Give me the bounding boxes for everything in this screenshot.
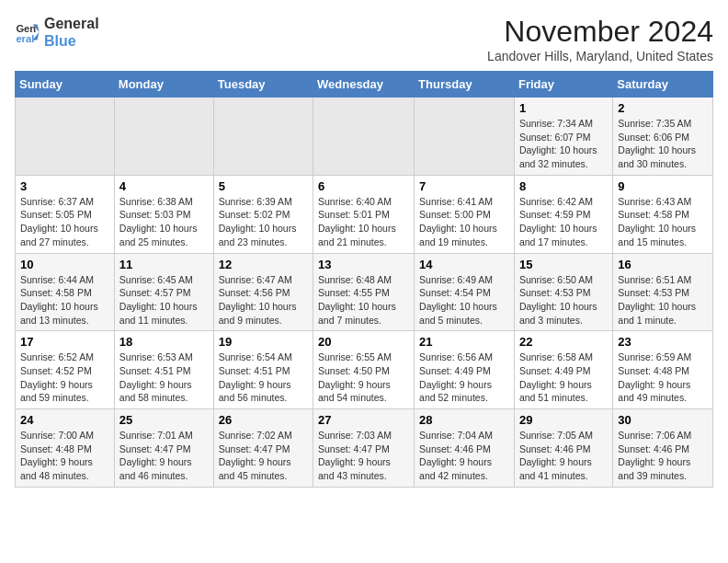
calendar-cell: 12Sunrise: 6:47 AM Sunset: 4:56 PM Dayli… [213, 253, 313, 331]
calendar-cell: 28Sunrise: 7:04 AM Sunset: 4:46 PM Dayli… [415, 409, 515, 488]
calendar-table: SundayMondayTuesdayWednesdayThursdayFrid… [15, 71, 713, 488]
day-info: Sunrise: 6:59 AM Sunset: 4:48 PM Dayligh… [618, 350, 708, 405]
day-number: 30 [618, 413, 708, 427]
calendar-cell: 25Sunrise: 7:01 AM Sunset: 4:47 PM Dayli… [114, 409, 213, 488]
calendar-cell: 14Sunrise: 6:49 AM Sunset: 4:54 PM Dayli… [415, 253, 515, 331]
day-number: 18 [119, 335, 209, 349]
calendar-cell: 10Sunrise: 6:44 AM Sunset: 4:58 PM Dayli… [16, 253, 115, 331]
calendar-cell: 19Sunrise: 6:54 AM Sunset: 4:51 PM Dayli… [213, 331, 313, 409]
day-number: 8 [519, 179, 608, 193]
day-info: Sunrise: 6:44 AM Sunset: 4:58 PM Dayligh… [20, 273, 109, 327]
day-number: 27 [318, 413, 409, 427]
calendar-cell: 30Sunrise: 7:06 AM Sunset: 4:46 PM Dayli… [613, 409, 713, 488]
calendar-cell: 13Sunrise: 6:48 AM Sunset: 4:55 PM Dayli… [313, 253, 415, 331]
day-info: Sunrise: 7:03 AM Sunset: 4:47 PM Dayligh… [318, 429, 409, 483]
day-info: Sunrise: 6:54 AM Sunset: 4:51 PM Dayligh… [219, 350, 308, 405]
day-info: Sunrise: 6:50 AM Sunset: 4:53 PM Dayligh… [519, 273, 608, 327]
day-info: Sunrise: 6:45 AM Sunset: 4:57 PM Dayligh… [119, 273, 209, 327]
day-number: 12 [219, 258, 308, 271]
calendar-cell: 24Sunrise: 7:00 AM Sunset: 4:48 PM Dayli… [16, 409, 115, 488]
calendar-cell: 6Sunrise: 6:40 AM Sunset: 5:01 PM Daylig… [313, 175, 415, 253]
day-info: Sunrise: 6:53 AM Sunset: 4:51 PM Dayligh… [119, 350, 209, 405]
logo: Gen eral General Blue [15, 15, 99, 50]
day-number: 5 [219, 179, 308, 193]
day-info: Sunrise: 6:41 AM Sunset: 5:00 PM Dayligh… [419, 195, 509, 249]
day-of-week-header: Wednesday [313, 72, 415, 98]
calendar-cell: 9Sunrise: 6:43 AM Sunset: 4:58 PM Daylig… [613, 175, 713, 253]
day-info: Sunrise: 6:39 AM Sunset: 5:02 PM Dayligh… [219, 195, 308, 249]
calendar-cell: 15Sunrise: 6:50 AM Sunset: 4:53 PM Dayli… [514, 253, 612, 331]
header: Gen eral General Blue November 2024 Land… [15, 15, 713, 63]
day-number: 1 [519, 101, 608, 115]
day-info: Sunrise: 7:34 AM Sunset: 6:07 PM Dayligh… [519, 117, 608, 171]
day-info: Sunrise: 6:56 AM Sunset: 4:49 PM Dayligh… [419, 350, 509, 405]
day-info: Sunrise: 6:43 AM Sunset: 4:58 PM Dayligh… [618, 195, 708, 249]
day-info: Sunrise: 7:02 AM Sunset: 4:47 PM Dayligh… [219, 429, 308, 483]
day-of-week-header: Thursday [415, 72, 515, 98]
calendar-cell: 27Sunrise: 7:03 AM Sunset: 4:47 PM Dayli… [313, 409, 415, 488]
calendar-cell [114, 98, 213, 176]
day-info: Sunrise: 6:51 AM Sunset: 4:53 PM Dayligh… [618, 273, 708, 327]
day-info: Sunrise: 7:05 AM Sunset: 4:46 PM Dayligh… [519, 429, 608, 483]
day-info: Sunrise: 6:40 AM Sunset: 5:01 PM Dayligh… [318, 195, 409, 249]
day-number: 20 [318, 335, 409, 349]
day-number: 28 [419, 413, 509, 427]
calendar-cell: 3Sunrise: 6:37 AM Sunset: 5:05 PM Daylig… [16, 175, 115, 253]
title-area: November 2024 Landover Hills, Maryland, … [487, 15, 713, 63]
day-info: Sunrise: 6:42 AM Sunset: 4:59 PM Dayligh… [519, 195, 608, 249]
calendar-cell: 1Sunrise: 7:34 AM Sunset: 6:07 PM Daylig… [514, 98, 612, 176]
calendar-cell: 20Sunrise: 6:55 AM Sunset: 4:50 PM Dayli… [313, 331, 415, 409]
day-number: 29 [519, 413, 608, 427]
day-of-week-header: Tuesday [213, 72, 313, 98]
day-info: Sunrise: 6:37 AM Sunset: 5:05 PM Dayligh… [20, 195, 109, 249]
day-number: 9 [618, 179, 708, 193]
calendar-cell: 17Sunrise: 6:52 AM Sunset: 4:52 PM Dayli… [16, 331, 115, 409]
day-number: 17 [20, 335, 109, 349]
logo-icon: Gen eral [15, 19, 40, 45]
month-title: November 2024 [487, 15, 713, 49]
calendar-cell: 18Sunrise: 6:53 AM Sunset: 4:51 PM Dayli… [114, 331, 213, 409]
day-number: 14 [419, 258, 509, 271]
calendar-cell: 26Sunrise: 7:02 AM Sunset: 4:47 PM Dayli… [213, 409, 313, 488]
calendar-cell: 11Sunrise: 6:45 AM Sunset: 4:57 PM Dayli… [114, 253, 213, 331]
day-info: Sunrise: 7:01 AM Sunset: 4:47 PM Dayligh… [119, 429, 209, 483]
calendar-cell: 22Sunrise: 6:58 AM Sunset: 4:49 PM Dayli… [514, 331, 612, 409]
calendar-cell [213, 98, 313, 176]
calendar-cell: 4Sunrise: 6:38 AM Sunset: 5:03 PM Daylig… [114, 175, 213, 253]
day-info: Sunrise: 6:52 AM Sunset: 4:52 PM Dayligh… [20, 350, 109, 405]
logo-line1: General [44, 15, 99, 32]
calendar-cell: 29Sunrise: 7:05 AM Sunset: 4:46 PM Dayli… [514, 409, 612, 488]
calendar-cell [313, 98, 415, 176]
day-of-week-header: Monday [114, 72, 213, 98]
calendar-cell [415, 98, 515, 176]
day-number: 10 [20, 258, 109, 271]
svg-text:eral: eral [16, 33, 34, 44]
calendar-cell: 21Sunrise: 6:56 AM Sunset: 4:49 PM Dayli… [415, 331, 515, 409]
day-info: Sunrise: 6:38 AM Sunset: 5:03 PM Dayligh… [119, 195, 209, 249]
day-number: 22 [519, 335, 608, 349]
calendar-cell: 2Sunrise: 7:35 AM Sunset: 6:06 PM Daylig… [613, 98, 713, 176]
day-number: 4 [119, 179, 209, 193]
day-number: 16 [618, 258, 708, 271]
day-info: Sunrise: 6:58 AM Sunset: 4:49 PM Dayligh… [519, 350, 608, 405]
calendar-cell: 7Sunrise: 6:41 AM Sunset: 5:00 PM Daylig… [415, 175, 515, 253]
day-number: 7 [419, 179, 509, 193]
day-info: Sunrise: 6:47 AM Sunset: 4:56 PM Dayligh… [219, 273, 308, 327]
day-number: 26 [219, 413, 308, 427]
day-number: 19 [219, 335, 308, 349]
day-info: Sunrise: 7:04 AM Sunset: 4:46 PM Dayligh… [419, 429, 509, 483]
day-number: 3 [20, 179, 109, 193]
day-info: Sunrise: 7:06 AM Sunset: 4:46 PM Dayligh… [618, 429, 708, 483]
day-number: 15 [519, 258, 608, 271]
day-number: 25 [119, 413, 209, 427]
day-info: Sunrise: 7:00 AM Sunset: 4:48 PM Dayligh… [20, 429, 109, 483]
day-info: Sunrise: 6:49 AM Sunset: 4:54 PM Dayligh… [419, 273, 509, 327]
day-number: 23 [618, 335, 708, 349]
calendar-cell [16, 98, 115, 176]
calendar-cell: 8Sunrise: 6:42 AM Sunset: 4:59 PM Daylig… [514, 175, 612, 253]
day-number: 11 [119, 258, 209, 271]
day-number: 13 [318, 258, 409, 271]
day-number: 6 [318, 179, 409, 193]
calendar-cell: 16Sunrise: 6:51 AM Sunset: 4:53 PM Dayli… [613, 253, 713, 331]
calendar-cell: 5Sunrise: 6:39 AM Sunset: 5:02 PM Daylig… [213, 175, 313, 253]
